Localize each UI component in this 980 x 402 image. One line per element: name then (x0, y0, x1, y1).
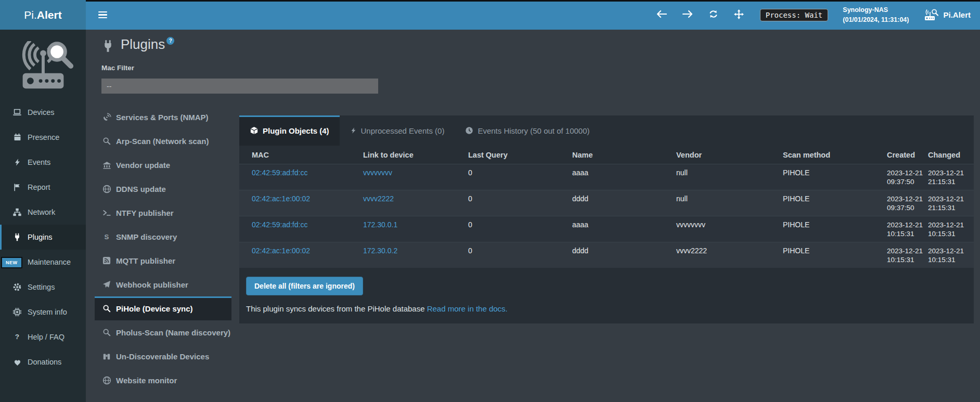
sidebar: Devices Presence Events Report Network P… (0, 30, 86, 402)
column-header-changed[interactable]: Changed (928, 146, 974, 164)
plugin-item-services-ports-nmap[interactable]: Services & Ports (NMAP) (95, 105, 231, 129)
flag-icon (11, 183, 23, 192)
cell-scan-method: PIHOLE (783, 190, 887, 216)
refresh-button[interactable] (707, 8, 719, 21)
mac-filter-input[interactable] (101, 79, 378, 94)
cell-created: 2023-12-2110:15:31 (887, 242, 928, 268)
plugin-item-webhook-publisher[interactable]: Webhook publisher (95, 273, 231, 296)
tab-bar: Plugin Objects (4) Unprocessed Events (0… (239, 115, 974, 146)
mac-link[interactable]: 02:42:ac:1e:00:02 (252, 247, 310, 255)
cell-name: dddd (572, 190, 676, 216)
sidebar-item-network[interactable]: Network (0, 200, 86, 225)
brand-prefix: Pi. (24, 9, 37, 21)
column-header-link-to-device[interactable]: Link to device (363, 146, 468, 164)
delete-all-button[interactable]: Delete all (filters are ignored) (246, 277, 363, 295)
column-header-created[interactable]: Created (887, 146, 928, 164)
device-link[interactable]: 172.30.0.1 (363, 221, 397, 229)
sidebar-item-events[interactable]: Events (0, 150, 86, 175)
clock-icon (465, 126, 473, 135)
cell-created: 2023-12-2109:37:50 (887, 164, 928, 190)
content-columns: Services & Ports (NMAP) Arp-Scan (Networ… (86, 105, 980, 392)
cell-last-query: 0 (468, 190, 572, 216)
sidebar-item-plugins[interactable]: Plugins (0, 225, 86, 250)
bolt-icon (11, 158, 23, 167)
back-button[interactable] (655, 9, 668, 21)
sidebar-item-report[interactable]: Report (0, 175, 86, 200)
forward-button[interactable] (681, 9, 694, 21)
plug-icon (101, 39, 114, 53)
sidebar-item-presence[interactable]: Presence (0, 125, 86, 150)
mac-filter-label: Mac Filter (101, 64, 980, 72)
gear-icon (11, 282, 23, 292)
bolt-icon (350, 126, 357, 135)
plugin-item-arp-scan[interactable]: Arp-Scan (Network scan) (95, 129, 231, 153)
tab-unprocessed-events[interactable]: Unprocessed Events (0) (340, 115, 455, 146)
mac-link[interactable]: 02:42:ac:1e:00:02 (252, 194, 310, 203)
device-link[interactable]: vvvvvvvv (363, 168, 392, 177)
pialert-logo-image (10, 41, 76, 93)
plugin-item-pihole-device-sync[interactable]: PiHole (Device sync) (95, 296, 231, 320)
column-header-name[interactable]: Name (572, 146, 676, 164)
sidebar-item-settings[interactable]: Settings (0, 275, 86, 300)
cell-link-to-device: vvvvvvvv (363, 164, 468, 190)
sidebar-toggle-button[interactable] (93, 6, 112, 24)
table-header-row: MAC Link to device Last Query Name Vendo… (239, 146, 974, 164)
column-header-scan-method[interactable]: Scan method (783, 146, 887, 164)
plugin-description-text: This plugin syncs devices from the PiHol… (246, 304, 425, 313)
sidebar-item-system-info[interactable]: System info (0, 300, 86, 325)
move-button[interactable] (733, 8, 745, 22)
plugin-item-website-monitor[interactable]: Website monitor (95, 368, 231, 392)
mac-filter-block: Mac Filter (101, 64, 980, 94)
sidebar-menu: Devices Presence Events Report Network P… (0, 100, 86, 374)
plugin-item-label: NTFY publisher (116, 209, 174, 217)
plugin-item-ntfy-publisher[interactable]: NTFY publisher (95, 201, 231, 225)
sitemap-icon (11, 208, 23, 217)
mac-link[interactable]: 02:42:59:ad:fd:cc (252, 168, 307, 177)
sidebar-item-label: Events (28, 158, 50, 166)
cell-scan-method: PIHOLE (783, 216, 887, 242)
help-badge[interactable]: ? (166, 37, 174, 45)
column-header-vendor[interactable]: Vendor (676, 146, 783, 164)
cube-icon (250, 126, 259, 135)
tab-label: Plugin Objects (4) (263, 126, 329, 135)
device-link[interactable]: vvvv2222 (363, 194, 394, 203)
plugin-item-undiscoverable-devices[interactable]: Un-Discoverable Devices (95, 344, 231, 368)
sidebar-item-donations[interactable]: Donations (0, 349, 86, 374)
plugin-item-mqtt-publisher[interactable]: MQTT publisher (95, 249, 231, 273)
column-header-last-query[interactable]: Last Query (468, 146, 572, 164)
device-link[interactable]: 172.30.0.2 (363, 247, 397, 255)
plugin-item-vendor-update[interactable]: Vendor update (95, 153, 231, 177)
cell-last-query: 0 (468, 164, 572, 190)
sidebar-item-label: Presence (28, 133, 59, 141)
cell-last-query: 0 (468, 216, 572, 242)
cell-vendor: vvvvvvvv (676, 216, 783, 242)
letter-s-icon: S (101, 232, 112, 241)
read-more-docs-link[interactable]: Read more in the docs. (427, 304, 508, 313)
sidebar-item-help-faq[interactable]: ? Help / FAQ (0, 325, 86, 349)
cell-changed: 2023-12-2121:15:31 (928, 190, 974, 216)
globe-icon (101, 376, 112, 385)
mac-link[interactable]: 02:42:59:ad:fd:cc (252, 221, 307, 229)
plugin-item-ddns-update[interactable]: DDNS update (95, 177, 231, 201)
plugin-item-pholus-scan[interactable]: Pholus-Scan (Name discovery) (95, 320, 231, 344)
tab-plugin-objects[interactable]: Plugin Objects (4) (239, 115, 340, 146)
plugin-item-label: PiHole (Device sync) (116, 304, 193, 313)
plugin-item-label: Arp-Scan (Network scan) (116, 137, 209, 146)
plugin-panel: Plugin Objects (4) Unprocessed Events (0… (239, 115, 974, 323)
app-window: Pi.Alert (0, 0, 980, 402)
cell-mac: 02:42:59:ad:fd:cc (239, 216, 363, 242)
plugin-item-label: Services & Ports (NMAP) (116, 113, 209, 122)
sidebar-item-devices[interactable]: Devices (0, 100, 86, 125)
column-header-mac[interactable]: MAC (239, 146, 363, 164)
heart-icon (11, 358, 23, 367)
navbar-right-group: Process: Wait Synology-NAS (01/01/2024, … (649, 5, 980, 24)
pialert-router-icon (923, 9, 939, 21)
terminal-icon (101, 209, 112, 217)
tab-events-history[interactable]: Events History (50 out of 10000) (455, 115, 600, 146)
svg-text:S: S (105, 233, 109, 241)
binoculars-icon (101, 352, 112, 360)
plugin-nav: Services & Ports (NMAP) Arp-Scan (Networ… (95, 105, 231, 392)
brand-logo[interactable]: Pi.Alert (0, 0, 86, 30)
plugin-item-snmp-discovery[interactable]: S SNMP discovery (95, 225, 231, 249)
bank-icon (101, 161, 112, 170)
